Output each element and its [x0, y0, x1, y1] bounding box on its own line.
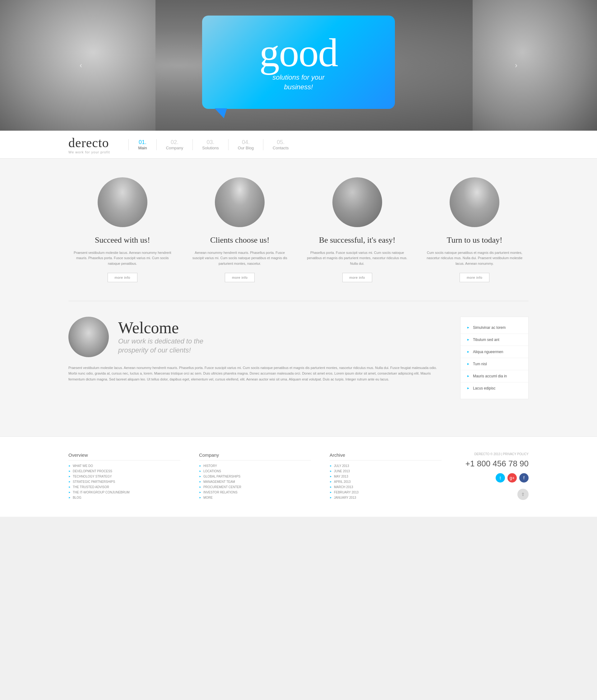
main-content: Succeed with us! Praesent vestibulum mol… — [0, 159, 597, 436]
card-succeed: Succeed with us! Praesent vestibulum mol… — [69, 177, 177, 282]
more-info-button-4[interactable]: more info — [460, 273, 489, 282]
nav-num-5: 05. — [277, 139, 285, 146]
footer-link-dev[interactable]: ►DEVELOPMENT PROCESS — [69, 470, 180, 473]
footer-link-text: JANUARY 2013 — [334, 496, 356, 499]
footer-link-arrow-icon: ► — [199, 470, 202, 473]
card-text-2: Aenean nonummy hendrerit mauris. Phasell… — [186, 250, 294, 267]
footer-link-text: THE IT-WORKGROUP CONJUNEBRUM — [73, 491, 130, 494]
facebook-icon[interactable]: f — [519, 473, 528, 482]
sidebar-link-4[interactable]: ► Tum nisl — [461, 358, 528, 370]
nav-item-blog[interactable]: 04. Our Blog — [228, 139, 263, 150]
footer-link-text: TECHNOLOGY STRATEGY — [73, 475, 112, 478]
footer-link-feb[interactable]: ►FEBRUARY 2013 — [330, 491, 442, 494]
footer-link-history[interactable]: ►HISTORY — [199, 464, 311, 468]
navigation-bar: derecto We work for your profit 01. Main… — [0, 131, 597, 159]
nav-label-5: Contacts — [273, 146, 289, 150]
footer-link-itwork[interactable]: ►THE IT-WORKGROUP CONJUNEBRUM — [69, 491, 180, 494]
footer-archive: Archive ►JULY 2013 ►JUNE 2013 ►MAY 2013 … — [330, 452, 442, 501]
footer-link-text: WHAT WE DO — [73, 464, 93, 468]
hero-next-button[interactable]: › — [510, 59, 522, 72]
more-info-button-3[interactable]: more info — [342, 273, 372, 282]
twitter-icon[interactable]: t — [496, 473, 505, 482]
footer-link-apr[interactable]: ►APRIL 2013 — [330, 480, 442, 483]
hero-speech-bubble: good solutions for yourbusiness! — [202, 16, 395, 109]
footer-overview-title: Overview — [69, 452, 180, 460]
nav-item-contacts[interactable]: 05. Contacts — [263, 139, 298, 150]
hero-main-word: good — [259, 32, 338, 73]
footer-contact: DERECTO © 2013 | PRIVACY POLICY +1 800 4… — [460, 452, 528, 501]
sidebar-arrow-icon-6: ► — [467, 386, 470, 390]
card-title-2: Clients choose us! — [210, 235, 269, 246]
footer-link-procurement[interactable]: ►PROCUREMENT CENTER — [199, 485, 311, 489]
welcome-image — [69, 317, 109, 357]
sidebar-arrow-icon-1: ► — [467, 326, 470, 329]
nav-item-company[interactable]: 02. Company — [156, 139, 193, 150]
sidebar-link-label-5: Mauris accuml dia in — [473, 374, 507, 378]
sidebar-arrow-icon-3: ► — [467, 350, 470, 353]
footer-link-text: MORE — [203, 496, 213, 499]
footer-link-arrow-icon: ► — [199, 496, 202, 499]
footer-link-what[interactable]: ►WHAT WE DO — [69, 464, 180, 468]
sidebar-link-label-3: Aliqua ngueermen — [473, 350, 503, 354]
footer-link-strategic[interactable]: ►STRATEGIC PARTNERSHIPS — [69, 480, 180, 483]
sidebar-link-3[interactable]: ► Aliqua ngueermen — [461, 346, 528, 358]
footer-link-arrow-icon: ► — [69, 475, 71, 478]
footer-link-locations[interactable]: ►LOCATIONS — [199, 470, 311, 473]
more-info-button-2[interactable]: more info — [225, 273, 255, 282]
sidebar-link-6[interactable]: ► Lacus edipisc — [461, 382, 528, 394]
hero-subtitle: solutions for yourbusiness! — [272, 73, 325, 92]
welcome-titles: Welcome Our work is dedicated to thepros… — [118, 319, 203, 355]
sidebar-link-2[interactable]: ► Tibulum sed ant — [461, 334, 528, 346]
footer-link-jul[interactable]: ►JULY 2013 — [330, 464, 442, 468]
footer-link-text: THE TRUSTED ADVISOR — [73, 485, 109, 489]
welcome-section: Welcome Our work is dedicated to thepros… — [69, 317, 528, 399]
nav-item-solutions[interactable]: 03. Solutions — [192, 139, 228, 150]
card-circle-4 — [450, 177, 499, 227]
footer-link-tech[interactable]: ►TECHNOLOGY STRATEGY — [69, 475, 180, 478]
googleplus-icon[interactable]: g+ — [508, 473, 517, 482]
footer-link-may[interactable]: ►MAY 2013 — [330, 475, 442, 478]
footer-link-arrow-icon: ► — [330, 480, 332, 483]
welcome-body-text: Praesent vestibulum molestie lacus. Aene… — [69, 365, 442, 382]
footer-link-arrow-icon: ► — [330, 465, 332, 467]
footer-link-text: GLOBAL PARTNERSHIPS — [203, 475, 240, 478]
footer-link-mar[interactable]: ►MARCH 2013 — [330, 485, 442, 489]
footer-link-mgmt[interactable]: ►MANAGEMENT TEAM — [199, 480, 311, 483]
footer-link-arrow-icon: ► — [199, 480, 202, 483]
sidebar-link-label-6: Lacus edipisc — [473, 386, 496, 391]
sidebar-link-1[interactable]: ► Simulvinar ac lorem — [461, 322, 528, 334]
footer-link-trusted[interactable]: ►THE TRUSTED ADVISOR — [69, 485, 180, 489]
card-circle-2 — [215, 177, 265, 227]
footer-link-arrow-icon: ► — [69, 480, 71, 483]
card-circle-1 — [98, 177, 147, 227]
footer-link-arrow-icon: ► — [199, 465, 202, 467]
footer-link-global[interactable]: ►GLOBAL PARTNERSHIPS — [199, 475, 311, 478]
footer-link-more[interactable]: ►MORE — [199, 496, 311, 499]
section-divider — [69, 301, 528, 301]
footer-link-blog[interactable]: ►BLOG — [69, 496, 180, 499]
circle-img-2 — [215, 177, 265, 227]
sidebar-link-label-4: Tum nisl — [473, 362, 487, 366]
footer-link-jun[interactable]: ►JUNE 2013 — [330, 470, 442, 473]
nav-num-3: 03. — [207, 139, 214, 146]
hero-section: ‹ good solutions for yourbusiness! › — [0, 0, 597, 131]
card-clients: Clients choose us! Aenean nonummy hendre… — [186, 177, 294, 282]
hero-prev-button[interactable]: ‹ — [75, 59, 87, 72]
nav-label-4: Our Blog — [238, 146, 254, 150]
logo[interactable]: derecto We work for your profit — [69, 135, 110, 154]
more-info-button-1[interactable]: more info — [108, 273, 137, 282]
footer-link-arrow-icon: ► — [69, 465, 71, 467]
footer-link-text: HISTORY — [203, 464, 217, 468]
card-text-1: Praesent vestibulum molestie lacus. Aene… — [69, 250, 177, 267]
footer-link-investor[interactable]: ►INVESTOR RELATIONS — [199, 491, 311, 494]
footer-link-jan[interactable]: ►JANUARY 2013 — [330, 496, 442, 499]
footer-link-arrow-icon: ► — [199, 486, 202, 489]
sidebar-arrow-icon-2: ► — [467, 338, 470, 341]
nav-label-3: Solutions — [202, 146, 218, 150]
scroll-to-top-button[interactable]: ⇧ — [517, 489, 528, 500]
nav-item-main[interactable]: 01. Main — [128, 139, 156, 150]
footer-link-text: BLOG — [73, 496, 81, 499]
footer-link-text: MANAGEMENT TEAM — [203, 480, 235, 483]
card-text-3: Phasellus porta. Fusce suscipit varius m… — [303, 250, 411, 267]
sidebar-link-5[interactable]: ► Mauris accuml dia in — [461, 370, 528, 382]
